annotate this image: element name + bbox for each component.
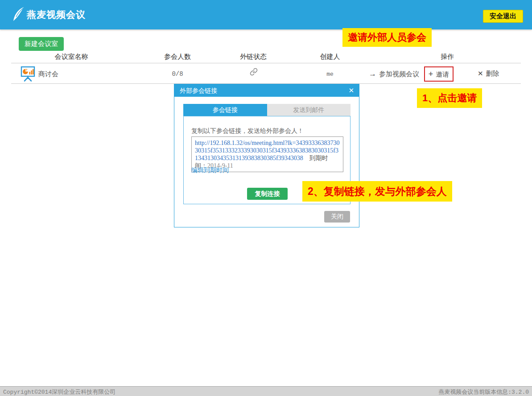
external-link-status-icon [250,68,258,78]
app-window: 燕麦视频会议 安全退出 新建会议室 会议室名称 参会人数 外链状态 创建人 操作… [0,0,532,396]
copy-link-instruction: 复制以下参会链接，发送给外部参会人！ [191,127,304,135]
column-header-participants: 参会人数 [164,53,191,61]
arrow-right-icon: → [369,70,376,78]
presentation-board-icon [20,66,37,84]
invite-action[interactable]: +邀请 [429,70,450,79]
join-video-meeting-action[interactable]: →参加视频会议 [369,70,419,78]
delete-room-action[interactable]: ✕删除 [478,70,499,78]
annotation-invite-external: 邀请外部人员参会 [342,28,432,47]
join-video-meeting-label: 参加视频会议 [379,70,419,78]
creator-name: me [326,71,334,78]
app-title: 燕麦视频会议 [27,8,86,21]
tab-send-to-email[interactable]: 发送到邮件 [267,104,351,116]
column-header-creator: 创建人 [320,53,340,61]
column-header-room-name: 会议室名称 [55,53,88,61]
room-name: 商讨会 [38,70,58,78]
tab-meeting-link[interactable]: 参会链接 [183,104,267,116]
copy-link-button[interactable]: 复制连接 [247,188,288,200]
annotation-step1-click-invite: 1、点击邀请 [417,88,482,108]
external-link-dialog: 外部参会链接 ✕ 参会链接 发送到邮件 复制以下参会链接，发送给外部参会人！ h… [174,84,359,227]
edit-expire-time-link[interactable]: 编辑到期时间 [191,166,229,174]
annotation-step2-copy-link: 2、复制链接，发与外部参会人 [302,181,452,202]
dialog-close-button[interactable]: 关闭 [324,211,350,223]
delete-x-icon: ✕ [478,70,483,77]
column-header-link-status: 外链状态 [240,53,267,61]
table-header-divider [11,63,521,63]
participant-count: 0/8 [172,70,183,78]
footer-bar: Copyright©2014深圳企业云科技有限公司 燕麦视频会议当前版本信息:3… [0,386,532,396]
delete-label: 删除 [486,70,499,77]
new-meeting-room-button[interactable]: 新建会议室 [19,37,64,51]
invite-label: 邀请 [436,70,449,78]
column-header-actions: 操作 [441,53,454,61]
version-text: 燕麦视频会议当前版本信息:3.2.0 [438,388,529,396]
plus-icon: + [429,70,433,78]
invite-highlight-red-box: +邀请 [424,66,454,82]
copyright-text: Copyright©2014深圳企业云科技有限公司 [3,388,115,396]
safe-logout-button[interactable]: 安全退出 [483,10,523,23]
dialog-title: 外部参会链接 [180,87,217,94]
close-icon[interactable]: ✕ [348,84,354,97]
app-logo-leaf-icon [12,6,26,24]
dialog-tabs: 参会链接 发送到邮件 [183,104,351,116]
top-header-bar: 燕麦视频会议 安全退出 [0,0,532,29]
dialog-title-bar: 外部参会链接 ✕ [174,84,359,97]
